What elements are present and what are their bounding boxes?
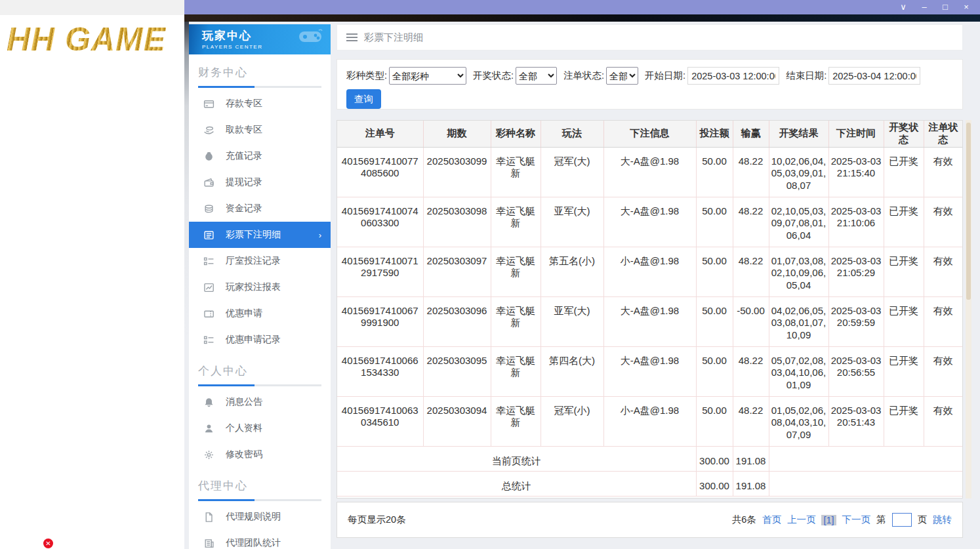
- summary-row: 当前页统计300.00191.08: [337, 446, 962, 471]
- building-icon: [203, 538, 214, 549]
- current-page-indicator: [1]: [821, 515, 836, 525]
- hamburger-menu-icon[interactable]: [346, 33, 357, 42]
- next-page-link[interactable]: 下一页: [842, 514, 871, 526]
- cell-amount: 50.00: [696, 147, 733, 197]
- jump-button[interactable]: 跳转: [933, 514, 952, 526]
- summary-empty: [769, 446, 962, 471]
- wallet-icon: [203, 177, 214, 188]
- start-date-input[interactable]: [687, 67, 779, 85]
- lottery-type-select[interactable]: 全部彩种: [389, 67, 466, 85]
- sidebar-item[interactable]: 修改密码: [189, 441, 331, 468]
- sidebar-item-label: 优惠申请记录: [226, 334, 281, 346]
- sidebar-item[interactable]: 个人资料: [189, 415, 331, 441]
- table-row: 40156917410071291759020250303097幸运飞艇新第五名…: [337, 247, 962, 296]
- cell-period: 20250303095: [423, 346, 491, 396]
- sidebar-item[interactable]: 存款专区: [189, 91, 331, 117]
- cell-amount: 50.00: [696, 346, 733, 396]
- cell-amount: 50.00: [696, 296, 733, 346]
- sidebar-item[interactable]: 充值记录: [189, 143, 331, 169]
- window-titlebar: ∨ – □ ×: [184, 0, 980, 14]
- minimize-icon[interactable]: –: [918, 0, 930, 14]
- cell-play: 冠军(大): [541, 147, 603, 197]
- cell-bet-info: 小-A盘@1.98: [603, 396, 696, 446]
- cell-winloss: 48.22: [733, 396, 769, 446]
- sidebar-item[interactable]: 优惠申请记录: [189, 327, 331, 353]
- cell-period: 20250303098: [423, 197, 491, 247]
- maximize-icon[interactable]: □: [939, 0, 951, 14]
- vertical-scrollbar[interactable]: [966, 120, 971, 498]
- table-row: 40156917410067999190020250303096幸运飞艇新亚军(…: [337, 296, 962, 346]
- titlebar-shadow-strip: [184, 14, 980, 22]
- cell-bet-info: 大-A盘@1.98: [603, 346, 696, 396]
- cell-play: 第四名(大): [541, 346, 603, 396]
- error-badge-icon[interactable]: ✕: [43, 539, 53, 548]
- cell-play: 冠军(小): [541, 396, 603, 446]
- table-row: 40156917410074060330020250303098幸运飞艇新亚军(…: [337, 197, 962, 247]
- cell-result: 01,05,02,06,08,04,03,10,07,09: [769, 396, 828, 446]
- sidebar-item-label: 优惠申请: [226, 308, 262, 319]
- prev-page-link[interactable]: 上一页: [787, 514, 816, 526]
- records-icon: [203, 335, 214, 346]
- cell-bet-info: 大-A盘@1.98: [603, 197, 696, 247]
- section-underline: [198, 384, 321, 386]
- cell-order-no: 401569174100679991900: [337, 296, 423, 346]
- summary-label: 总统计: [337, 471, 696, 496]
- card-icon: [203, 98, 214, 110]
- page-jump-input[interactable]: [892, 513, 912, 527]
- sidebar-section-title: 个人中心: [189, 353, 331, 378]
- sidebar-item[interactable]: 资金记录: [189, 195, 331, 222]
- cell-play: 亚军(大): [541, 296, 603, 346]
- gear-icon: [203, 449, 214, 460]
- cell-order-no: 401569174100712917590: [337, 247, 423, 296]
- sidebar-item-label: 消息公告: [226, 396, 262, 408]
- sidebar-section-title: 代理中心: [189, 468, 331, 493]
- cell-bet-info: 大-A盘@1.98: [603, 147, 696, 197]
- sidebar-item[interactable]: 优惠申请: [189, 300, 331, 327]
- cell-bet-info: 小-A盘@1.98: [603, 247, 696, 296]
- cell-order-status: 有效: [924, 247, 962, 296]
- cell-result: 02,10,05,03,09,07,08,01,06,04: [769, 197, 828, 247]
- money-bag-icon: [203, 151, 214, 162]
- cell-draw-status: 已开奖: [884, 296, 924, 346]
- footer-panel: 每页显示20条 共6条 首页 上一页 [1] 下一页 第 页 跳转: [337, 502, 963, 538]
- summary-empty: [769, 471, 962, 496]
- cell-order-no: 401569174100661534330: [337, 346, 423, 396]
- order-status-label: 注单状态:: [563, 70, 604, 82]
- order-status-select[interactable]: 全部: [606, 67, 638, 85]
- cell-lottery: 幸运飞艇新: [491, 396, 541, 446]
- sidebar-item[interactable]: 消息公告: [189, 389, 331, 415]
- cell-time: 2025-03-03 20:59:59: [828, 296, 884, 346]
- cell-order-status: 有效: [924, 147, 962, 197]
- end-date-input[interactable]: [828, 67, 920, 85]
- sidebar-item[interactable]: 提现记录: [189, 169, 331, 195]
- scrollbar-thumb[interactable]: [966, 123, 971, 300]
- column-header: 投注额: [696, 121, 733, 147]
- sidebar-item[interactable]: 代理规则说明: [189, 504, 331, 530]
- close-icon[interactable]: ×: [960, 0, 972, 14]
- chevron-down-icon[interactable]: ∨: [897, 0, 909, 14]
- column-header: 开奖结果: [769, 121, 828, 147]
- cell-period: 20250303097: [423, 247, 491, 296]
- search-button[interactable]: 查询: [346, 89, 381, 109]
- sidebar-item[interactable]: 取款专区: [189, 117, 331, 143]
- sidebar-sections: 财务中心存款专区取款专区充值记录提现记录资金记录彩票下注明细›厅室投注记录玩家投…: [189, 54, 331, 549]
- cell-amount: 50.00: [696, 396, 733, 446]
- sidebar-item[interactable]: 厅室投注记录: [189, 248, 331, 274]
- sidebar: 玩家中心 PLAYERS CENTER 财务中心存款专区取款专区充值记录提现记录…: [189, 24, 331, 549]
- draw-status-select[interactable]: 全部: [516, 67, 557, 85]
- page-size-text: 每页显示20条: [348, 514, 406, 526]
- cell-draw-status: 已开奖: [884, 346, 924, 396]
- list-icon: [203, 230, 214, 241]
- cell-winloss: 48.22: [733, 346, 769, 396]
- summary-winloss: 191.08: [733, 471, 769, 496]
- sidebar-item[interactable]: 玩家投注报表: [189, 274, 331, 300]
- column-header: 开奖状态: [884, 121, 924, 147]
- sidebar-item[interactable]: 代理团队统计: [189, 530, 331, 549]
- left-shadow: [184, 22, 189, 549]
- sidebar-item-label: 存款专区: [226, 98, 262, 110]
- cell-time: 2025-03-03 20:51:43: [828, 396, 884, 446]
- sidebar-section-title: 财务中心: [189, 54, 331, 80]
- first-page-link[interactable]: 首页: [762, 514, 781, 526]
- sidebar-item[interactable]: 彩票下注明细›: [189, 222, 331, 248]
- column-header: 期数: [423, 121, 491, 147]
